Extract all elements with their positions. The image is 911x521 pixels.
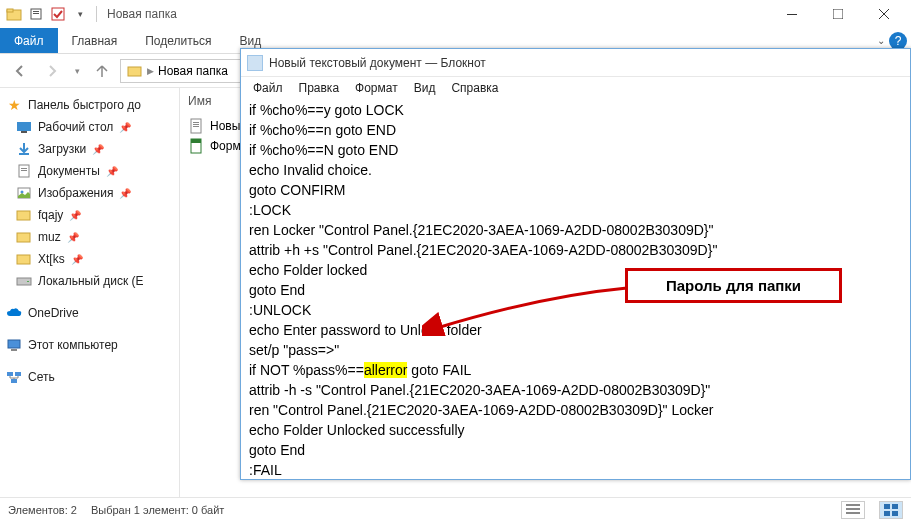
nav-back-button[interactable] — [6, 57, 34, 85]
menu-format[interactable]: Формат — [347, 77, 406, 99]
code-line: goto FAIL — [407, 362, 471, 378]
tab-home[interactable]: Главная — [58, 28, 132, 53]
code-line: attrib -h -s "Control Panel.{21EC2020-3A… — [249, 382, 710, 398]
sidebar-item-folder[interactable]: Xt[ks📌 — [0, 248, 179, 270]
svg-rect-7 — [833, 9, 843, 19]
sidebar-item-disk[interactable]: Локальный диск (E — [0, 270, 179, 292]
sidebar-item-label: Сеть — [28, 370, 55, 384]
pin-icon: 📌 — [106, 166, 118, 177]
sidebar-item-label: fqajy — [38, 208, 63, 222]
svg-rect-25 — [15, 372, 21, 376]
menu-edit[interactable]: Правка — [291, 77, 348, 99]
svg-rect-19 — [17, 255, 30, 264]
maximize-button[interactable] — [815, 0, 861, 28]
minimize-button[interactable] — [769, 0, 815, 28]
svg-rect-33 — [846, 504, 860, 506]
code-line: if %cho%==n goto END — [249, 122, 396, 138]
svg-rect-22 — [8, 340, 20, 348]
menu-help[interactable]: Справка — [443, 77, 506, 99]
code-line: :FAIL — [249, 462, 282, 478]
svg-rect-34 — [846, 508, 860, 510]
svg-rect-39 — [892, 511, 898, 516]
svg-rect-1 — [7, 9, 13, 12]
sidebar-label: Панель быстрого до — [28, 98, 141, 112]
code-line: goto End — [249, 282, 305, 298]
svg-rect-23 — [11, 349, 17, 351]
svg-rect-26 — [11, 379, 17, 383]
chevron-right-icon[interactable]: ▶ — [145, 66, 156, 76]
sidebar-item-folder[interactable]: fqajy📌 — [0, 204, 179, 226]
help-icon[interactable]: ? — [889, 32, 907, 50]
pin-icon: 📌 — [71, 254, 83, 265]
code-line: ren "Control Panel.{21EC2020-3AEA-1069-A… — [249, 402, 713, 418]
close-button[interactable] — [861, 0, 907, 28]
menu-view[interactable]: Вид — [406, 77, 444, 99]
notepad-icon — [247, 55, 263, 71]
folder-icon — [4, 4, 24, 24]
menu-file[interactable]: Файл — [245, 77, 291, 99]
code-line: echo Folder locked — [249, 262, 367, 278]
sidebar-item-folder[interactable]: muz📌 — [0, 226, 179, 248]
svg-rect-4 — [33, 13, 39, 14]
svg-rect-8 — [128, 67, 141, 76]
svg-rect-13 — [21, 168, 27, 169]
expand-ribbon-icon[interactable]: ⌄ — [877, 35, 885, 46]
sidebar: ★ Панель быстрого до Рабочий стол📌 Загру… — [0, 88, 180, 497]
view-icons-button[interactable] — [879, 501, 903, 519]
computer-icon — [6, 337, 22, 353]
breadcrumb-item[interactable]: Новая папка — [156, 64, 230, 78]
code-line: :LOCK — [249, 202, 291, 218]
qat-dropdown-icon[interactable]: ▾ — [70, 4, 90, 24]
svg-rect-38 — [884, 511, 890, 516]
sidebar-onedrive[interactable]: OneDrive — [0, 302, 179, 324]
notepad-title: Новый текстовый документ — Блокнот — [269, 56, 486, 70]
notepad-menu: Файл Правка Формат Вид Справка — [241, 77, 910, 99]
sidebar-item-documents[interactable]: Документы📌 — [0, 160, 179, 182]
disk-icon — [16, 273, 32, 289]
sidebar-item-label: muz — [38, 230, 61, 244]
download-icon — [16, 141, 32, 157]
check-icon[interactable] — [48, 4, 68, 24]
sidebar-item-label: Изображения — [38, 186, 113, 200]
code-line: if %cho%==y goto LOCK — [249, 102, 404, 118]
sidebar-this-pc[interactable]: Этот компьютер — [0, 334, 179, 356]
code-line: goto End — [249, 442, 305, 458]
folder-icon — [16, 207, 32, 223]
properties-icon[interactable] — [26, 4, 46, 24]
cloud-icon — [6, 305, 22, 321]
sidebar-quick-access[interactable]: ★ Панель быстрого до — [0, 94, 179, 116]
nav-up-button[interactable] — [88, 57, 116, 85]
explorer-title-bar: ▾ Новая папка — [0, 0, 911, 28]
sidebar-item-pictures[interactable]: Изображения📌 — [0, 182, 179, 204]
nav-forward-button[interactable] — [38, 57, 66, 85]
svg-rect-14 — [21, 170, 27, 171]
svg-rect-32 — [191, 139, 201, 143]
code-line: :UNLOCK — [249, 302, 311, 318]
svg-rect-30 — [193, 126, 199, 127]
sidebar-item-label: Рабочий стол — [38, 120, 113, 134]
tab-file[interactable]: Файл — [0, 28, 58, 53]
pin-icon: 📌 — [92, 144, 104, 155]
view-details-button[interactable] — [841, 501, 865, 519]
annotation-label: Пароль для папки — [666, 277, 801, 294]
text-file-icon — [188, 118, 204, 134]
window-title: Новая папка — [103, 7, 769, 21]
pin-icon: 📌 — [119, 122, 131, 133]
svg-rect-5 — [52, 8, 64, 20]
svg-rect-21 — [27, 281, 29, 282]
sidebar-item-downloads[interactable]: Загрузки📌 — [0, 138, 179, 160]
sidebar-item-label: Этот компьютер — [28, 338, 118, 352]
notepad-title-bar[interactable]: Новый текстовый документ — Блокнот — [241, 49, 910, 77]
tab-share[interactable]: Поделиться — [131, 28, 225, 53]
sidebar-network[interactable]: Сеть — [0, 366, 179, 388]
code-line: if %cho%==N goto END — [249, 142, 398, 158]
svg-rect-28 — [193, 122, 199, 123]
sidebar-item-label: Xt[ks — [38, 252, 65, 266]
nav-history-button[interactable]: ▾ — [70, 57, 84, 85]
sidebar-item-desktop[interactable]: Рабочий стол📌 — [0, 116, 179, 138]
code-line: ren Locker "Control Panel.{21EC2020-3AEA… — [249, 222, 713, 238]
status-count: Элементов: 2 — [8, 504, 77, 516]
pin-icon: 📌 — [69, 210, 81, 221]
folder-icon — [127, 64, 143, 78]
annotation-callout: Пароль для папки — [625, 268, 842, 303]
